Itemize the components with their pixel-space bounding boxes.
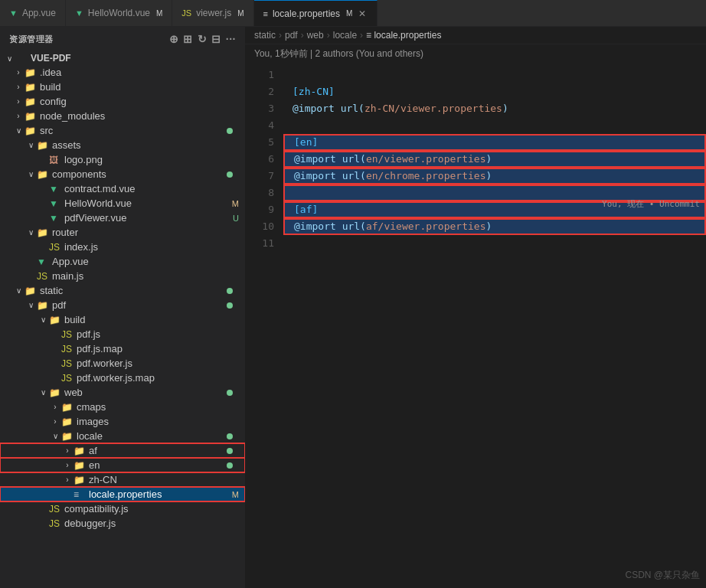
new-folder-icon[interactable]: ⊞ bbox=[183, 33, 193, 45]
main-area: 资源管理器 ⊕ ⊞ ↻ ⊟ ··· ∨ VUE-PDF › bbox=[0, 27, 706, 588]
tree-item-images[interactable]: › 📁 images bbox=[0, 414, 245, 429]
tree-item-compatibility[interactable]: JS compatibility.js bbox=[0, 501, 245, 516]
modified-dot bbox=[227, 462, 233, 469]
tree-item-static[interactable]: ∨ 📁 static bbox=[0, 283, 245, 298]
tree-label: components bbox=[52, 168, 227, 180]
chevron-right-icon: › bbox=[61, 475, 74, 484]
code-token: url( bbox=[341, 100, 364, 117]
breadcrumb: static › pdf › web › locale › ≡ locale.p… bbox=[245, 27, 706, 44]
vue-icon: ▼ bbox=[9, 8, 18, 18]
chevron-down-icon: ∨ bbox=[49, 432, 61, 440]
tab-close-button[interactable]: ✕ bbox=[357, 8, 368, 19]
tree-item-contract[interactable]: ▼ contract.md.vue bbox=[0, 181, 245, 196]
tree-item-node_modules[interactable]: › 📁 node_modules bbox=[0, 109, 245, 123]
tree-item-assets[interactable]: ∨ 📁 assets bbox=[0, 138, 245, 152]
code-editor[interactable]: 1 2 3 4 5 6 7 8 9 10 11 [zh-CN] bbox=[245, 64, 706, 588]
tree-item-web[interactable]: ∨ 📁 web bbox=[0, 385, 245, 400]
tab-helloworld[interactable]: ▼ HelloWorld.vue M bbox=[66, 0, 172, 26]
tab-localeprops[interactable]: ≡ locale.properties M ✕ bbox=[254, 0, 378, 26]
prop-icon: ≡ bbox=[263, 9, 268, 18]
tree-item-pdfworker[interactable]: JS pdf.worker.js bbox=[0, 356, 245, 371]
folder-icon: 📁 bbox=[49, 387, 61, 398]
folder-icon: 📁 bbox=[37, 300, 49, 311]
tree-item-build[interactable]: › 📁 build bbox=[0, 80, 245, 94]
tree-label: config bbox=[40, 96, 239, 107]
tree-label: pdf bbox=[52, 299, 227, 311]
collapse-icon[interactable]: ⊟ bbox=[211, 33, 221, 45]
image-icon: 🖼 bbox=[49, 155, 61, 165]
chevron-down-icon: ∨ bbox=[37, 388, 49, 397]
more-icon[interactable]: ··· bbox=[226, 33, 236, 45]
tab-bar: ▼ App.vue ▼ HelloWorld.vue M JS viewer.j… bbox=[0, 0, 706, 27]
tree-label: static bbox=[40, 285, 227, 296]
tree-label: node_modules bbox=[40, 110, 239, 122]
chevron-down-icon: ∨ bbox=[25, 170, 37, 178]
chevron-right-icon: › bbox=[12, 83, 25, 91]
tree-label: compatibility.js bbox=[64, 503, 239, 514]
folder-icon: 📁 bbox=[61, 402, 74, 413]
tree-item-pdfviewer[interactable]: ▼ pdfViewer.vue U bbox=[0, 211, 245, 225]
tree-item-cmaps[interactable]: › 📁 cmaps bbox=[0, 400, 245, 414]
tree-item-localeprops[interactable]: ≡ locale.properties M bbox=[0, 487, 245, 501]
folder-icon: 📁 bbox=[37, 140, 49, 151]
folder-icon: 📁 bbox=[37, 227, 49, 238]
tree-item-pdfworkermap[interactable]: JS pdf.worker.js.map bbox=[0, 371, 245, 385]
tree-label: build bbox=[40, 81, 239, 93]
tree-item-mainjs[interactable]: JS main.js bbox=[0, 269, 245, 283]
modified-dot bbox=[227, 288, 233, 294]
tree-item-en[interactable]: › 📁 en bbox=[0, 458, 245, 472]
tree-item-pdf[interactable]: ∨ 📁 pdf bbox=[0, 298, 245, 312]
vue-icon: ▼ bbox=[37, 256, 49, 267]
tree-item-debugger[interactable]: JS debugger.js bbox=[0, 516, 245, 531]
tree-item-logo[interactable]: 🖼 logo.png bbox=[0, 152, 245, 167]
tree-item-config[interactable]: › 📁 config bbox=[0, 94, 245, 109]
tree-label: en bbox=[89, 459, 227, 471]
js-icon: JS bbox=[49, 504, 61, 514]
new-file-icon[interactable]: ⊕ bbox=[169, 33, 179, 45]
tree-label: HelloWorld.vue bbox=[64, 198, 229, 209]
sidebar-header: 资源管理器 ⊕ ⊞ ↻ ⊟ ··· bbox=[0, 27, 245, 51]
tab-modified: M bbox=[346, 9, 352, 18]
tree-label: App.vue bbox=[52, 256, 239, 267]
tree-label: logo.png bbox=[64, 154, 239, 165]
tree-label: images bbox=[77, 416, 239, 427]
code-token: ) bbox=[485, 168, 492, 185]
tree-item-src[interactable]: ∨ 📁 src bbox=[0, 123, 245, 138]
tree-item-af[interactable]: › 📁 af bbox=[0, 443, 245, 458]
code-line-1 bbox=[283, 67, 706, 83]
code-line-3: @import url(zh-CN/viewer.properties) bbox=[283, 100, 706, 117]
breadcrumb-web: web bbox=[307, 30, 324, 41]
tree-label: zh-CN bbox=[89, 474, 239, 485]
breadcrumb-file: ≡ locale.properties bbox=[366, 30, 441, 41]
tree-item-pdfbuild[interactable]: ∨ 📁 build bbox=[0, 312, 245, 327]
code-token: af/viewer.properties bbox=[366, 218, 486, 235]
tree-item-helloworld[interactable]: ▼ HelloWorld.vue M bbox=[0, 196, 245, 211]
breadcrumb-sep: › bbox=[301, 30, 304, 41]
breadcrumb-sep: › bbox=[360, 30, 363, 41]
tree-item-locale[interactable]: ∨ 📁 locale bbox=[0, 429, 245, 443]
tree-item-indexjs[interactable]: JS index.js bbox=[0, 240, 245, 254]
tree-item-pdfjs[interactable]: JS pdf.js bbox=[0, 327, 245, 341]
code-content[interactable]: [zh-CN] @import url(zh-CN/viewer.propert… bbox=[283, 64, 706, 588]
line-num: 5 bbox=[268, 134, 274, 151]
code-token: en/viewer.properties bbox=[366, 151, 486, 168]
tree-item-router[interactable]: ∨ 📁 router bbox=[0, 225, 245, 240]
tree-label: contract.md.vue bbox=[64, 183, 239, 194]
tab-viewerjs[interactable]: JS viewer.js M bbox=[172, 0, 253, 26]
tree-item-appvue[interactable]: ▼ App.vue bbox=[0, 254, 245, 269]
prop-icon: ≡ bbox=[74, 489, 86, 500]
tree-item-zhcn[interactable]: › 📁 zh-CN bbox=[0, 472, 245, 487]
tree-item-pdfjsmap[interactable]: JS pdf.js.map bbox=[0, 341, 245, 356]
folder-icon: 📁 bbox=[25, 67, 37, 78]
git-info-text: You, 1秒钟前 | 2 authors (You and others) bbox=[254, 48, 423, 59]
chevron-down-icon: ∨ bbox=[37, 315, 49, 324]
modified-dot bbox=[227, 302, 233, 309]
tree-item-root[interactable]: ∨ VUE-PDF bbox=[0, 51, 245, 65]
tree-item-idea[interactable]: › 📁 .idea bbox=[0, 65, 245, 80]
tab-appvue[interactable]: ▼ App.vue bbox=[0, 0, 66, 26]
tree-label: router bbox=[52, 227, 239, 238]
line-num: 6 bbox=[268, 151, 274, 168]
refresh-icon[interactable]: ↻ bbox=[198, 33, 208, 45]
tree-item-components[interactable]: ∨ 📁 components bbox=[0, 167, 245, 181]
folder-icon: 📁 bbox=[25, 96, 37, 107]
